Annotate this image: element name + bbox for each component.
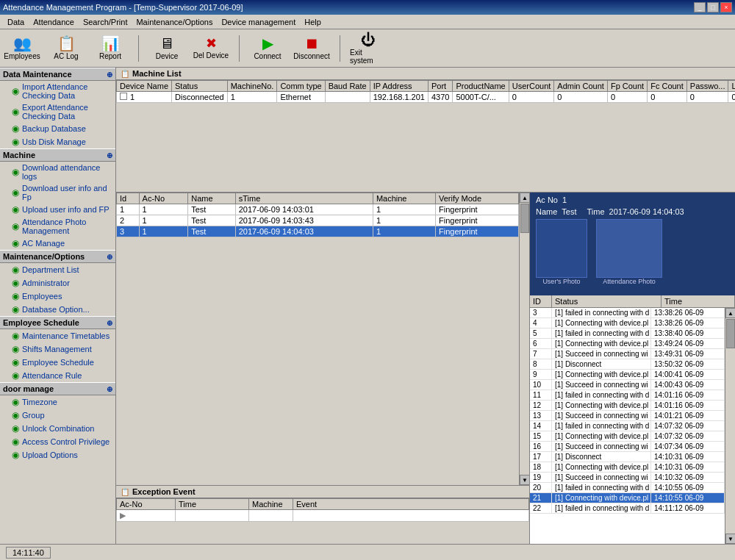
sidebar-item-database[interactable]: ◉ Database Option... bbox=[0, 303, 115, 316]
log-col-machine[interactable]: Machine bbox=[373, 193, 435, 204]
sidebar-item-department[interactable]: ◉ Department List bbox=[0, 263, 115, 276]
col-user-count[interactable]: UserCount bbox=[509, 81, 554, 92]
sidebar-item-ac-manage[interactable]: ◉ AC Manage bbox=[0, 237, 115, 250]
status-log-row[interactable]: 10 [1] Succeed in connecting wi 14:00:43… bbox=[530, 380, 725, 390]
sidebar-item-export[interactable]: ◉ Export Attendance Checking Data bbox=[0, 101, 115, 122]
status-log-row[interactable]: 8 [1] Disconnect 13:50:32 06-09 bbox=[530, 359, 725, 370]
status-log-row[interactable]: 20 [1] failed in connecting with d 14:10… bbox=[530, 483, 725, 493]
sidebar-item-download-logs[interactable]: ◉ Download attendance logs bbox=[0, 162, 115, 182]
col-ip-address[interactable]: IP Address bbox=[370, 81, 428, 92]
sidebar-item-upload-user[interactable]: ◉ Upload user info and FP bbox=[0, 203, 115, 216]
exc-col-ac-no[interactable]: Ac-No bbox=[117, 499, 176, 510]
status-scrollbar[interactable]: ▲ ▼ bbox=[725, 308, 735, 544]
exception-scroll[interactable]: Ac-No Time Machine Event ▶ bbox=[116, 498, 529, 540]
status-col-status[interactable]: Status bbox=[552, 295, 662, 307]
sidebar-item-access-control[interactable]: ◉ Access Control Privilege bbox=[0, 435, 115, 448]
sidebar-item-timezone[interactable]: ◉ Timezone bbox=[0, 395, 115, 409]
exit-system-button[interactable]: ⏻ Exit system bbox=[349, 32, 387, 65]
status-log-row[interactable]: 17 [1] Disconnect 14:10:31 06-09 bbox=[530, 452, 725, 462]
status-log-row[interactable]: 7 [1] Succeed in connecting wi 13:49:31 … bbox=[530, 349, 725, 359]
sidebar-item-timetables[interactable]: ◉ Maintenance Timetables bbox=[0, 329, 115, 342]
col-comm-type[interactable]: Comm type bbox=[277, 81, 325, 92]
maximize-button[interactable]: □ bbox=[707, 2, 719, 12]
menu-data[interactable]: Data bbox=[3, 17, 29, 27]
sidebar-section-data-maintenance[interactable]: Data Maintenance ⊕ bbox=[0, 68, 115, 81]
sidebar-section-maintenance[interactable]: Maintenance/Options ⊕ bbox=[0, 250, 115, 263]
status-log-row[interactable]: 21 [1] Connecting with device.pl 14:10:5… bbox=[530, 493, 725, 503]
status-log-row[interactable]: 14 [1] failed in connecting with d 14:07… bbox=[530, 421, 725, 431]
scroll-up-button[interactable]: ▲ bbox=[520, 193, 529, 203]
menu-search-print[interactable]: Search/Print bbox=[79, 17, 132, 27]
log-scrollbar[interactable]: ▲ ▼ bbox=[519, 193, 529, 485]
sidebar-item-unlock[interactable]: ◉ Unlock Combination bbox=[0, 422, 115, 435]
sidebar-item-download-user[interactable]: ◉ Download user info and Fp bbox=[0, 182, 115, 203]
menu-attendance[interactable]: Attendance bbox=[29, 17, 79, 27]
status-scroll-down[interactable]: ▼ bbox=[725, 534, 735, 544]
minimize-button[interactable]: _ bbox=[694, 2, 706, 12]
status-scroll-up[interactable]: ▲ bbox=[725, 308, 735, 318]
sidebar-item-import[interactable]: ◉ Import Attendance Checking Data bbox=[0, 81, 115, 101]
status-log-row[interactable]: 11 [1] failed in connecting with d 14:01… bbox=[530, 390, 725, 401]
machine-list-scroll[interactable]: Device Name Status MachineNo. Comm type … bbox=[116, 80, 735, 187]
col-fp-count[interactable]: Fp Count bbox=[607, 81, 647, 92]
status-log-row[interactable]: 15 [1] Connecting with device.pl 14:07:3… bbox=[530, 431, 725, 442]
sidebar-item-usb[interactable]: ◉ Usb Disk Manage bbox=[0, 135, 115, 148]
sidebar-section-door[interactable]: door manage ⊕ bbox=[0, 382, 115, 395]
status-col-time[interactable]: Time bbox=[662, 295, 735, 307]
menu-help[interactable]: Help bbox=[300, 17, 326, 27]
status-log-row[interactable]: 22 [1] failed in connecting with d 14:11… bbox=[530, 503, 725, 514]
device-button[interactable]: 🖥 Device bbox=[148, 32, 186, 65]
sidebar-item-shifts[interactable]: ◉ Shifts Management bbox=[0, 342, 115, 356]
col-device-name[interactable]: Device Name bbox=[117, 81, 172, 92]
sidebar-item-employees[interactable]: ◉ Employees bbox=[0, 290, 115, 303]
status-col-id[interactable]: ID bbox=[530, 295, 552, 307]
col-fc-count[interactable]: Fc Count bbox=[648, 81, 687, 92]
status-log-row[interactable]: 3 [1] failed in connecting with d 13:38:… bbox=[530, 308, 725, 318]
employees-button[interactable]: 👥 Employees bbox=[3, 32, 41, 65]
ac-log-scroll[interactable]: Id Ac-No Name sTime Machine Verify Mode … bbox=[116, 193, 519, 485]
status-log-row[interactable]: 12 [1] Connecting with device.pl 14:01:1… bbox=[530, 401, 725, 411]
col-admin-count[interactable]: Admin Count bbox=[554, 81, 608, 92]
status-log-body[interactable]: 3 [1] failed in connecting with d 13:38:… bbox=[530, 308, 725, 544]
sidebar-item-employee-schedule[interactable]: ◉ Employee Schedule bbox=[0, 356, 115, 369]
sidebar-item-attendance-photo[interactable]: ◉ Attendance Photo Management bbox=[0, 216, 115, 237]
disconnect-button[interactable]: ⏹ Disconnect bbox=[293, 32, 331, 65]
exc-col-machine[interactable]: Machine bbox=[249, 499, 293, 510]
del-device-button[interactable]: ✖ Del Device bbox=[192, 32, 230, 65]
exc-col-time[interactable]: Time bbox=[176, 499, 249, 510]
report-button[interactable]: 📊 Report bbox=[91, 32, 129, 65]
log-col-id[interactable]: Id bbox=[117, 193, 140, 204]
sidebar-item-administrator[interactable]: ◉ Administrator bbox=[0, 276, 115, 290]
sidebar-section-schedule[interactable]: Employee Schedule ⊕ bbox=[0, 316, 115, 329]
col-status[interactable]: Status bbox=[172, 81, 228, 92]
status-log-row[interactable]: 5 [1] failed in connecting with d 13:38:… bbox=[530, 329, 725, 339]
col-machine-no[interactable]: MachineNo. bbox=[227, 81, 277, 92]
status-log-row[interactable]: 16 [1] Succeed in connecting wi 14:07:34… bbox=[530, 442, 725, 452]
scroll-down-button[interactable]: ▼ bbox=[520, 475, 529, 485]
col-baud-rate[interactable]: Baud Rate bbox=[325, 81, 370, 92]
col-log-count[interactable]: Log Count bbox=[728, 81, 735, 92]
sidebar-section-machine[interactable]: Machine ⊕ bbox=[0, 148, 115, 162]
col-password[interactable]: Passwo... bbox=[686, 81, 728, 92]
ac-log-button[interactable]: 📋 AC Log bbox=[47, 32, 85, 65]
connect-button[interactable]: ▶ Connect bbox=[248, 32, 287, 65]
menu-device-management[interactable]: Device management bbox=[217, 17, 300, 27]
log-col-verify[interactable]: Verify Mode bbox=[436, 193, 519, 204]
close-button[interactable]: × bbox=[720, 2, 732, 12]
col-port[interactable]: Port bbox=[428, 81, 452, 92]
status-log-row[interactable]: 4 [1] Connecting with device.pl 13:38:26… bbox=[530, 318, 725, 329]
status-log-row[interactable]: 19 [1] Succeed in connecting wi 14:10:32… bbox=[530, 473, 725, 483]
machine-row[interactable]: 1 Disconnected 1 Ethernet 192.168.1.201 … bbox=[117, 92, 736, 103]
log-row[interactable]: 2 1 Test 2017-06-09 14:03:43 1 Fingerpri… bbox=[117, 215, 519, 226]
exc-col-event[interactable]: Event bbox=[293, 499, 529, 510]
status-log-row[interactable]: 6 [1] Connecting with device.pl 13:49:24… bbox=[530, 339, 725, 349]
status-log-row[interactable]: 13 [1] Succeed in connecting wi 14:01:21… bbox=[530, 411, 725, 421]
status-log-row[interactable]: 18 [1] Connecting with device.pl 14:10:3… bbox=[530, 462, 725, 473]
col-product-name[interactable]: ProductName bbox=[453, 81, 509, 92]
log-col-stime[interactable]: sTime bbox=[235, 193, 373, 204]
log-col-name[interactable]: Name bbox=[188, 193, 236, 204]
sidebar-item-group[interactable]: ◉ Group bbox=[0, 409, 115, 422]
sidebar-item-backup[interactable]: ◉ Backup Database bbox=[0, 122, 115, 135]
status-log-row[interactable]: 9 [1] Connecting with device.pl 14:00:41… bbox=[530, 370, 725, 380]
menu-maintenance[interactable]: Maintenance/Options bbox=[132, 17, 217, 27]
